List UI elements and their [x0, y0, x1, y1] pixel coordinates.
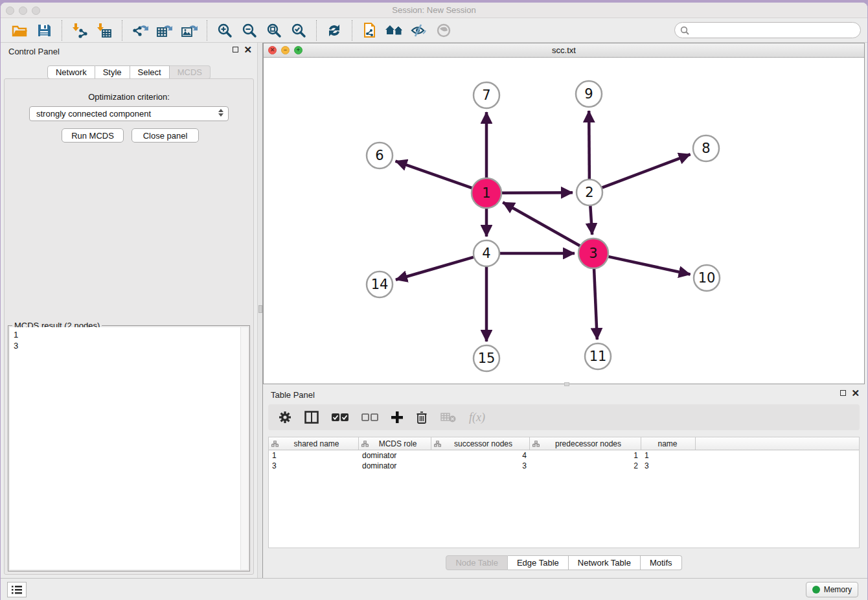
- delete-table-button[interactable]: [440, 412, 456, 422]
- edge-2-3[interactable]: [590, 205, 592, 235]
- delete-column-button[interactable]: [416, 411, 428, 424]
- cell-MCDS-role[interactable]: dominator: [359, 461, 431, 470]
- close-panel-icon[interactable]: ✕: [244, 47, 252, 52]
- graph-node-3[interactable]: 3: [578, 238, 608, 268]
- save-session-button[interactable]: [34, 20, 54, 41]
- cell-shared-name[interactable]: 1: [269, 451, 359, 460]
- network-window-title: scc.txt: [264, 45, 864, 55]
- memory-status-icon: [812, 586, 820, 594]
- zoom-selected-button[interactable]: [288, 20, 309, 41]
- edge-3-10[interactable]: [608, 257, 690, 275]
- open-session-button[interactable]: [9, 20, 30, 41]
- toolbar-separator: [122, 20, 122, 41]
- edge-4-14[interactable]: [396, 257, 474, 280]
- control-tab-network[interactable]: Network: [47, 65, 95, 79]
- run-mcds-button[interactable]: Run MCDS: [62, 128, 124, 143]
- column-header-name[interactable]: name: [641, 437, 696, 450]
- cell-predecessor-nodes[interactable]: 1: [530, 451, 641, 460]
- result-scrollbar[interactable]: [240, 327, 248, 570]
- duplicate-network-button[interactable]: [360, 20, 380, 41]
- float-panel-icon[interactable]: [233, 47, 238, 52]
- main-toolbar: [1, 18, 867, 43]
- table-tab-edge-table[interactable]: Edge Table: [508, 555, 569, 570]
- edge-3-11[interactable]: [594, 268, 597, 340]
- graph-node-1[interactable]: 1: [472, 178, 501, 208]
- search-input[interactable]: [692, 25, 860, 36]
- edge-3-1[interactable]: [503, 202, 580, 246]
- table-settings-button[interactable]: [279, 411, 291, 424]
- cell-successor-nodes[interactable]: 4: [431, 451, 530, 460]
- control-tab-mcds[interactable]: MCDS: [170, 65, 211, 79]
- close-panel-icon[interactable]: ✕: [851, 390, 860, 396]
- cell-successor-nodes[interactable]: 3: [431, 461, 530, 470]
- float-panel-icon[interactable]: [840, 390, 846, 396]
- zoom-out-button[interactable]: [239, 20, 260, 41]
- mcds-result-group: MCDS result (2 nodes) 1 3: [8, 325, 250, 571]
- graph-node-2[interactable]: 2: [577, 179, 602, 205]
- network-canvas[interactable]: 7968124314101511: [264, 58, 864, 384]
- control-tab-style[interactable]: Style: [95, 65, 130, 79]
- import-table-button[interactable]: [94, 20, 115, 41]
- close-panel-button[interactable]: Close panel: [131, 128, 199, 143]
- node-label: 8: [702, 141, 710, 156]
- cell-predecessor-nodes[interactable]: 2: [530, 461, 641, 470]
- create-column-button[interactable]: [391, 411, 403, 423]
- function-builder-button[interactable]: f(x): [469, 411, 485, 424]
- hide-selected-button[interactable]: [409, 20, 429, 41]
- column-header-successor-nodes[interactable]: successor nodes: [431, 437, 530, 450]
- select-all-button[interactable]: [332, 413, 348, 422]
- search-box[interactable]: [674, 22, 861, 38]
- network-graph[interactable]: 7968124314101511: [264, 58, 863, 385]
- export-network-button[interactable]: [130, 20, 150, 41]
- control-tab-select[interactable]: Select: [130, 65, 170, 79]
- graph-node-14[interactable]: 14: [367, 271, 393, 297]
- edge-1-6[interactable]: [396, 161, 473, 189]
- trash-icon: [416, 411, 428, 424]
- column-header-MCDS-role[interactable]: MCDS role: [359, 437, 431, 450]
- node-table: shared nameMCDS rolesuccessor nodesprede…: [268, 437, 860, 548]
- first-neighbors-button[interactable]: [384, 20, 405, 41]
- table-tab-node-table[interactable]: Node Table: [446, 555, 508, 570]
- graph-node-4[interactable]: 4: [474, 240, 499, 266]
- mcds-panel: Optimization criterion: strongly connect…: [4, 78, 254, 575]
- table-tab-network-table[interactable]: Network Table: [569, 555, 641, 570]
- zoom-in-button[interactable]: [214, 20, 235, 41]
- column-header-shared-name[interactable]: shared name: [269, 437, 359, 450]
- splitter-grip[interactable]: [258, 305, 262, 313]
- import-network-button[interactable]: [69, 20, 90, 41]
- show-hidden-button[interactable]: [433, 20, 454, 41]
- edge-2-8[interactable]: [602, 154, 691, 188]
- graph-node-9[interactable]: 9: [576, 81, 602, 107]
- show-column-panel-button[interactable]: [304, 411, 319, 424]
- edge-1-2[interactable]: [501, 192, 573, 193]
- cell-MCDS-role[interactable]: dominator: [359, 451, 431, 460]
- task-history-button[interactable]: [7, 582, 27, 597]
- export-table-button[interactable]: [154, 20, 175, 41]
- import-table-icon: [97, 23, 112, 38]
- control-panel-title: Control Panel: [8, 47, 60, 56]
- table-row[interactable]: 1dominator411: [269, 450, 859, 461]
- table-row[interactable]: 3dominator323: [269, 461, 859, 471]
- zoom-fit-button[interactable]: [264, 20, 284, 41]
- table-header-row: shared nameMCDS rolesuccessor nodesprede…: [269, 437, 859, 450]
- mcds-result-text[interactable]: 1 3: [10, 327, 248, 570]
- checked-boxes-icon: [332, 413, 348, 422]
- graph-node-8[interactable]: 8: [693, 135, 719, 161]
- edge-2-9[interactable]: [589, 111, 589, 179]
- cell-name[interactable]: 3: [641, 461, 696, 470]
- export-image-button[interactable]: [179, 20, 200, 41]
- table-tab-motifs[interactable]: Motifs: [641, 555, 682, 570]
- graph-node-7[interactable]: 7: [474, 82, 499, 108]
- graph-node-10[interactable]: 10: [694, 265, 720, 291]
- graph-node-6[interactable]: 6: [367, 143, 393, 168]
- criterion-dropdown[interactable]: strongly connected component: [29, 106, 229, 121]
- cell-name[interactable]: 1: [641, 451, 696, 460]
- cell-shared-name[interactable]: 3: [269, 461, 359, 470]
- memory-button[interactable]: Memory: [806, 582, 858, 597]
- deselect-all-button[interactable]: [361, 413, 378, 422]
- graph-node-15[interactable]: 15: [474, 345, 499, 371]
- apply-layout-button[interactable]: [324, 20, 345, 41]
- graph-node-11[interactable]: 11: [585, 343, 611, 369]
- vertical-splitter[interactable]: [257, 43, 263, 578]
- column-header-predecessor-nodes[interactable]: predecessor nodes: [530, 437, 641, 450]
